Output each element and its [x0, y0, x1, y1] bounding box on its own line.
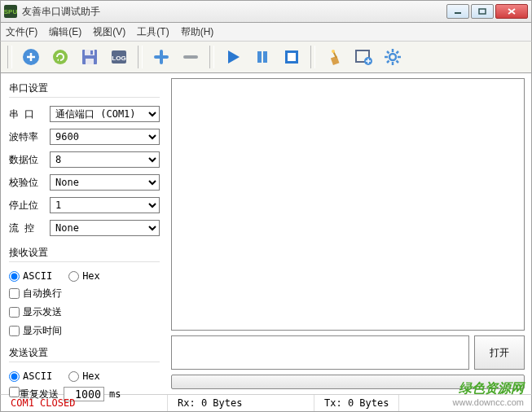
stop-select[interactable]: 1: [50, 197, 160, 213]
log-icon[interactable]: LOG: [107, 45, 131, 69]
flow-label: 流 控: [9, 221, 43, 235]
wrap-checkbox[interactable]: 自动换行: [9, 287, 160, 300]
status-tx: Tx: 0 Bytes: [314, 395, 399, 411]
port-label: 串 口: [9, 107, 43, 121]
maximize-button[interactable]: [471, 4, 494, 19]
open-button[interactable]: 打开: [474, 335, 525, 370]
minimize-button[interactable]: [446, 4, 469, 19]
svg-line-28: [397, 51, 399, 54]
showtime-checkbox[interactable]: 显示时间: [9, 324, 160, 338]
data-label: 数据位: [9, 153, 43, 167]
serial-section-title: 串口设置: [9, 78, 160, 98]
play-icon[interactable]: [221, 45, 245, 69]
svg-point-5: [53, 50, 68, 64]
recv-hex-radio[interactable]: Hex: [68, 270, 100, 282]
add-window-icon[interactable]: [351, 45, 376, 69]
receive-textarea[interactable]: [171, 78, 525, 331]
menu-edit[interactable]: 编辑(E): [49, 25, 81, 39]
save-icon[interactable]: [77, 45, 102, 69]
recv-ascii-radio[interactable]: ASCII: [9, 270, 52, 282]
recv-section-title: 接收设置: [9, 243, 160, 262]
svg-rect-13: [263, 51, 267, 63]
menubar: 文件(F) 编辑(E) 视图(V) 工具(T) 帮助(H): [0, 23, 532, 41]
toolbar: LOG: [0, 41, 532, 73]
svg-point-17: [332, 50, 335, 53]
statusbar: COM1 CLOSED Rx: 0 Bytes Tx: 0 Bytes: [0, 394, 532, 412]
close-button[interactable]: [495, 4, 528, 19]
svg-rect-8: [86, 59, 94, 64]
svg-point-20: [389, 54, 396, 60]
svg-line-25: [387, 51, 389, 54]
baud-label: 波特率: [9, 130, 43, 144]
svg-rect-15: [288, 53, 296, 61]
pause-icon[interactable]: [250, 45, 275, 69]
svg-text:LOG: LOG: [112, 55, 125, 62]
svg-rect-16: [331, 56, 340, 65]
menu-file[interactable]: 文件(F): [6, 25, 37, 39]
baud-select[interactable]: 9600: [50, 129, 160, 145]
showsend-checkbox[interactable]: 显示发送: [9, 305, 160, 319]
clear-icon[interactable]: [322, 45, 346, 69]
settings-panel: 串口设置 串 口通信端口 (COM1) 波特率9600 数据位8 校验位None…: [1, 73, 168, 394]
menu-help[interactable]: 帮助(H): [181, 25, 214, 39]
menu-tools[interactable]: 工具(T): [137, 25, 169, 39]
status-port: COM1 CLOSED: [1, 395, 168, 411]
svg-rect-9: [90, 50, 93, 55]
send-ascii-radio[interactable]: ASCII: [9, 370, 52, 382]
send-section-title: 发送设置: [9, 343, 160, 362]
minus-icon[interactable]: [178, 45, 203, 69]
titlebar: SPU 友善串口调试助手: [0, 0, 532, 23]
app-icon: SPU: [4, 5, 17, 18]
new-tab-icon[interactable]: [19, 45, 43, 69]
progress-bar: [171, 375, 525, 389]
send-textarea[interactable]: [171, 335, 469, 370]
parity-select[interactable]: None: [50, 174, 160, 191]
data-select[interactable]: 8: [50, 151, 160, 168]
svg-rect-1: [479, 9, 486, 14]
stop-label: 停止位: [9, 199, 43, 213]
svg-rect-12: [257, 51, 262, 63]
refresh-icon[interactable]: [48, 45, 73, 69]
svg-line-27: [387, 61, 389, 64]
svg-line-26: [397, 61, 399, 64]
svg-rect-7: [85, 50, 95, 55]
send-hex-radio[interactable]: Hex: [68, 370, 100, 382]
flow-select[interactable]: None: [50, 220, 160, 236]
port-select[interactable]: 通信端口 (COM1): [50, 106, 160, 122]
window-title: 友善串口调试助手: [22, 5, 446, 19]
menu-view[interactable]: 视图(V): [93, 25, 125, 39]
status-rx: Rx: 0 Bytes: [168, 395, 314, 411]
plus-icon[interactable]: [149, 45, 174, 69]
settings-icon[interactable]: [380, 45, 405, 69]
stop-icon[interactable]: [279, 45, 304, 69]
parity-label: 校验位: [9, 176, 43, 190]
io-panel: 打开: [168, 73, 531, 394]
